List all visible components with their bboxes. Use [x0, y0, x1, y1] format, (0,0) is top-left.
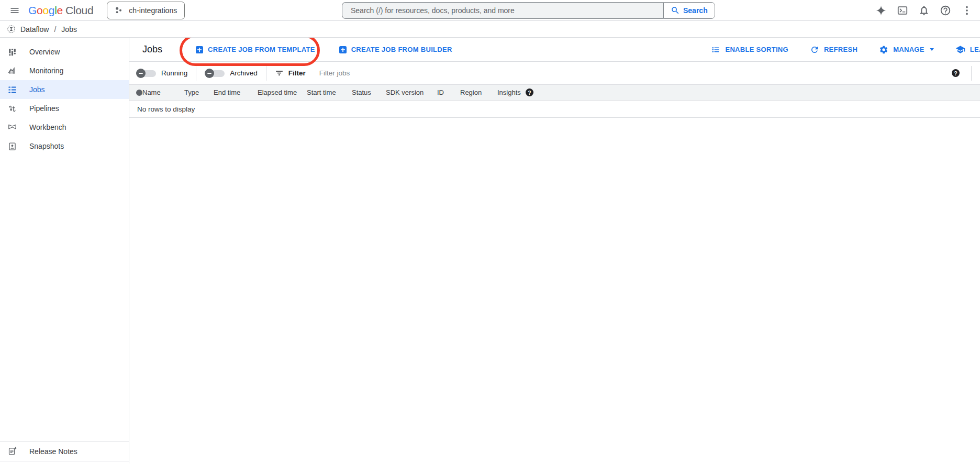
sidebar-item-label: Monitoring: [29, 67, 63, 75]
sidebar-item-pipelines[interactable]: Pipelines: [0, 99, 129, 118]
topbar-icon-group: [875, 4, 973, 17]
status-column-icon: [136, 90, 142, 96]
google-cloud-logo[interactable]: Google Cloud: [28, 4, 93, 17]
manage-label: MANAGE: [893, 46, 925, 53]
snapshots-icon: [7, 141, 17, 151]
logo-letter: g: [49, 4, 54, 17]
sidebar-item-jobs[interactable]: Jobs: [0, 80, 129, 99]
column-header-region: Region: [460, 85, 482, 101]
archived-toggle[interactable]: [205, 68, 225, 79]
jobs-icon: [7, 84, 17, 95]
empty-table-message: No rows to display: [129, 101, 980, 118]
monitoring-icon: [7, 65, 17, 76]
manage-button[interactable]: MANAGE: [879, 45, 934, 54]
add-box-icon: [339, 46, 347, 53]
insights-help-icon[interactable]: ?: [526, 89, 533, 96]
column-header-elapsed: Elapsed time: [258, 85, 297, 101]
release-notes-icon: [7, 446, 17, 457]
sidebar-item-label: Release Notes: [29, 447, 77, 456]
dataflow-icon: [7, 25, 16, 34]
sidebar-item-label: Snapshots: [29, 142, 64, 150]
logo-letter: o: [42, 4, 48, 17]
sidebar-item-label: Workbench: [29, 123, 66, 131]
filter-icon: [275, 69, 284, 78]
filter-button[interactable]: Filter: [275, 69, 306, 78]
column-header-name: Name: [142, 85, 161, 101]
running-toggle[interactable]: [136, 68, 156, 79]
top-app-bar: Google Cloud ch-integrations Search: [0, 0, 980, 21]
sidebar-item-label: Jobs: [29, 85, 45, 94]
google-cloud-console: { "topbar": { "logo": { "g1": "G", "g2":…: [0, 0, 980, 464]
hamburger-menu-icon[interactable]: [5, 1, 24, 20]
sidebar-footer: Release Notes: [0, 441, 129, 461]
column-header-type: Type: [184, 85, 199, 101]
console-search: Search: [342, 2, 715, 19]
divider: [266, 66, 266, 81]
breadcrumb-dataflow[interactable]: Dataflow: [20, 25, 49, 34]
logo-letter: G: [28, 4, 37, 17]
gear-icon: [879, 45, 888, 54]
column-header-end-time: End time: [214, 85, 240, 101]
column-header-id: ID: [437, 85, 444, 101]
breadcrumb-current: Jobs: [61, 25, 77, 34]
chevron-down-icon: [930, 48, 934, 51]
divider: [971, 66, 972, 81]
notifications-bell-icon[interactable]: [918, 4, 930, 17]
sort-list-icon: [711, 45, 720, 54]
search-button[interactable]: Search: [663, 2, 715, 19]
filter-help-icon[interactable]: ?: [952, 69, 960, 77]
main-content: Jobs CREATE JOB FROM TEMPLATE: [129, 38, 980, 463]
enable-sorting-button[interactable]: ENABLE SORTING: [711, 45, 788, 54]
workbench-icon: [7, 122, 17, 132]
sidebar-item-overview[interactable]: Overview: [0, 42, 129, 61]
filter-bar: Running Archived Filter ?: [129, 62, 980, 85]
overview-icon: [7, 47, 17, 57]
toggle-knob: [205, 69, 214, 78]
logo-cloud-text: Cloud: [65, 4, 93, 17]
search-icon: [671, 6, 680, 15]
school-cap-icon: [955, 45, 965, 54]
add-box-icon: [196, 46, 203, 53]
filter-button-label: Filter: [288, 69, 306, 77]
project-icon: [115, 6, 123, 15]
page-toolbar: ENABLE SORTING REFRESH MANAGE LEARN: [711, 45, 980, 54]
archived-toggle-label: Archived: [230, 69, 258, 77]
create-job-from-builder-label: CREATE JOB FROM BUILDER: [351, 46, 452, 53]
breadcrumb-separator: /: [53, 25, 57, 34]
create-job-from-template-label: CREATE JOB FROM TEMPLATE: [208, 46, 315, 53]
learn-button[interactable]: LEARN: [955, 45, 980, 54]
learn-label: LEARN: [970, 46, 980, 53]
search-button-label: Search: [683, 6, 708, 15]
toggle-knob: [136, 69, 146, 78]
pipelines-icon: [7, 103, 17, 114]
gemini-icon[interactable]: [875, 4, 887, 17]
help-icon[interactable]: [939, 4, 952, 17]
create-job-from-template-button[interactable]: CREATE JOB FROM TEMPLATE: [196, 46, 315, 53]
breadcrumb: Dataflow / Jobs: [0, 21, 980, 38]
search-input[interactable]: [342, 2, 663, 19]
sidebar-item-label: Overview: [29, 48, 60, 56]
refresh-icon: [810, 45, 819, 54]
project-name: ch-integrations: [129, 6, 177, 15]
logo-letter: e: [57, 4, 63, 17]
cloud-shell-icon[interactable]: [896, 4, 909, 17]
divider: [196, 66, 196, 81]
project-selector[interactable]: ch-integrations: [107, 2, 185, 19]
dataflow-sidebar: Overview Monitoring: [0, 38, 129, 463]
create-job-from-builder-button[interactable]: CREATE JOB FROM BUILDER: [339, 46, 452, 53]
more-vert-icon[interactable]: [961, 4, 973, 17]
jobs-table-header: Name Type End time Elapsed time Start ti…: [129, 85, 980, 101]
logo-letter: o: [37, 4, 42, 17]
column-header-start-time: Start time: [307, 85, 336, 101]
enable-sorting-label: ENABLE SORTING: [725, 46, 788, 53]
sidebar-item-snapshots[interactable]: Snapshots: [0, 137, 129, 156]
page-title: Jobs: [142, 44, 162, 55]
refresh-button[interactable]: REFRESH: [810, 45, 858, 54]
sidebar-item-workbench[interactable]: Workbench: [0, 118, 129, 137]
filter-jobs-input[interactable]: [319, 69, 539, 77]
sidebar-item-monitoring[interactable]: Monitoring: [0, 61, 129, 80]
sidebar-item-release-notes[interactable]: Release Notes: [0, 441, 129, 461]
column-header-status: Status: [352, 85, 371, 101]
column-header-insights: Insights: [497, 85, 521, 101]
sidebar-item-label: Pipelines: [29, 104, 59, 113]
